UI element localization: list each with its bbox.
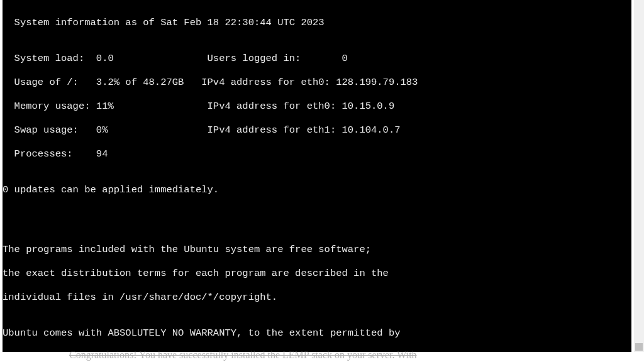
sysinfo-row: Memory usage: 11% IPv4 address for eth0:… xyxy=(3,101,631,112)
background-article-text: Congratulations! You have successfully i… xyxy=(69,349,417,361)
scrollbar-track[interactable] xyxy=(634,0,644,352)
sysinfo-row: Swap usage: 0% IPv4 address for eth1: 10… xyxy=(3,124,631,136)
legal-text: individual files in /usr/share/doc/*/cop… xyxy=(3,292,631,304)
updates-line: 0 updates can be applied immediately. xyxy=(3,184,631,196)
warranty-text: Ubuntu comes with ABSOLUTELY NO WARRANTY… xyxy=(3,327,631,339)
legal-text: The programs included with the Ubuntu sy… xyxy=(3,244,631,256)
page-margin xyxy=(631,0,644,362)
legal-text: the exact distribution terms for each pr… xyxy=(3,268,631,280)
sysinfo-row: Processes: 94 xyxy=(3,148,631,160)
sysinfo-row: Usage of /: 3.2% of 48.27GB IPv4 address… xyxy=(3,77,631,89)
terminal-window[interactable]: System information as of Sat Feb 18 22:3… xyxy=(3,0,631,352)
scrollbar-down-icon[interactable] xyxy=(635,343,643,351)
sysinfo-row: System load: 0.0 Users logged in: 0 xyxy=(3,53,631,65)
sysinfo-header: System information as of Sat Feb 18 22:3… xyxy=(3,17,631,29)
